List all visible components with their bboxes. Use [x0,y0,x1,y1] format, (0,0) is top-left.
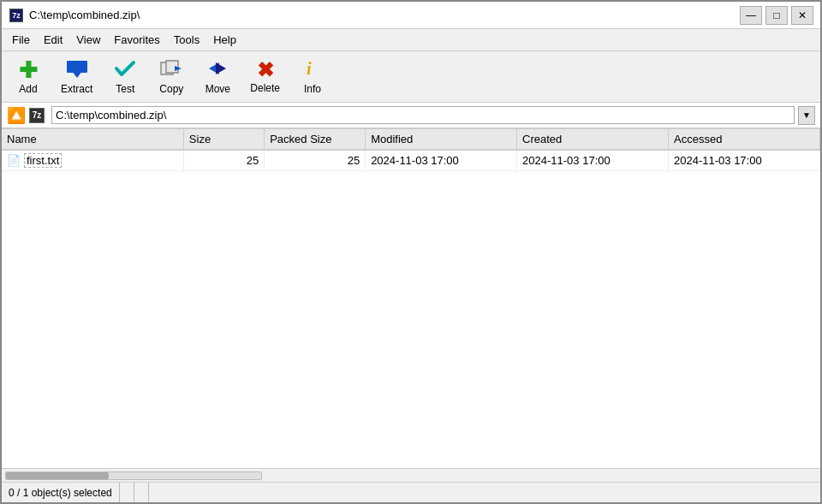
extract-icon [65,59,89,81]
window-title: C:\temp\combined.zip\ [29,9,740,21]
svg-rect-0 [67,61,87,73]
svg-marker-6 [216,62,226,74]
file-modified-cell: 2024-11-03 17:00 [366,150,517,171]
toolbar-delete-button[interactable]: ✖ Delete [242,55,288,99]
copy-icon [159,59,183,81]
address-bar: 🔼 7z ▼ [2,103,820,128]
horizontal-scrollbar[interactable] [2,468,820,482]
scroll-thumb[interactable] [6,472,109,479]
column-header-row: Name Size Packed Size Modified Created A… [2,129,820,150]
col-header-modified[interactable]: Modified [366,129,517,150]
minimize-button[interactable]: — [740,6,762,25]
col-header-packed-size[interactable]: Packed Size [265,129,366,150]
toolbar-extract-button[interactable]: Extract [53,55,100,99]
info-icon: i [303,59,322,81]
status-segment-4 [149,483,820,502]
toolbar: ✚ Add Extract Test [2,51,820,103]
toolbar-add-button[interactable]: ✚ Add [7,55,50,99]
address-dropdown-button[interactable]: ▼ [798,106,815,125]
close-button[interactable]: ✕ [791,6,813,25]
file-accessed-cell: 2024-11-03 17:00 [669,150,820,171]
file-list-container: Name Size Packed Size Modified Created A… [2,128,820,468]
svg-text:i: i [307,59,312,78]
move-icon [206,59,229,81]
file-list-table: Name Size Packed Size Modified Created A… [2,129,820,171]
file-icon: 📄 [7,154,21,167]
menu-file[interactable]: File [5,32,37,48]
file-name-cell: 📄first.txt [2,150,183,171]
delete-icon: ✖ [257,60,274,80]
address-7z-icon: 7z [29,108,45,123]
status-bar: 0 / 1 object(s) selected [2,482,820,502]
toolbar-move-button[interactable]: Move [196,55,239,99]
status-segment-3 [134,483,149,502]
svg-marker-1 [72,71,82,78]
file-size-cell: 25 [183,150,264,171]
menu-favorites[interactable]: Favorites [107,32,166,48]
test-icon [114,59,136,81]
menu-bar: File Edit View Favorites Tools Help [2,29,820,51]
file-name-text: first.txt [24,153,62,168]
window-icon: 7z [9,8,24,23]
menu-tools[interactable]: Tools [167,32,206,48]
test-label: Test [116,83,134,95]
extract-label: Extract [61,83,92,95]
title-bar: 7z C:\temp\combined.zip\ — □ ✕ [2,2,820,29]
col-header-accessed[interactable]: Accessed [669,129,820,150]
toolbar-copy-button[interactable]: Copy [150,55,193,99]
scroll-track[interactable] [5,471,262,480]
col-header-created[interactable]: Created [517,129,669,150]
status-segment-2 [120,483,134,502]
toolbar-info-button[interactable]: i Info [291,55,334,99]
file-list-body: 📄first.txt25252024-11-03 17:002024-11-03… [2,150,820,171]
col-header-name[interactable]: Name [2,129,183,150]
delete-label: Delete [250,82,280,94]
menu-view[interactable]: View [69,32,107,48]
add-icon: ✚ [19,59,38,81]
maximize-button[interactable]: □ [765,6,788,25]
copy-label: Copy [159,83,183,95]
address-input[interactable] [51,106,795,124]
info-label: Info [304,83,321,95]
status-text: 0 / 1 object(s) selected [2,483,120,502]
toolbar-test-button[interactable]: Test [104,55,146,99]
file-packed-size-cell: 25 [265,150,366,171]
main-window: 7z C:\temp\combined.zip\ — □ ✕ File Edit… [0,0,822,504]
folder-up-icon[interactable]: 🔼 [7,106,26,125]
app-icon: 7z [9,9,23,22]
title-bar-controls: — □ ✕ [740,6,813,25]
table-row[interactable]: 📄first.txt25252024-11-03 17:002024-11-03… [2,150,820,171]
col-header-size[interactable]: Size [183,129,264,150]
menu-edit[interactable]: Edit [37,32,69,48]
file-created-cell: 2024-11-03 17:00 [517,150,669,171]
menu-help[interactable]: Help [206,32,243,48]
add-label: Add [19,83,37,95]
move-label: Move [206,83,230,95]
